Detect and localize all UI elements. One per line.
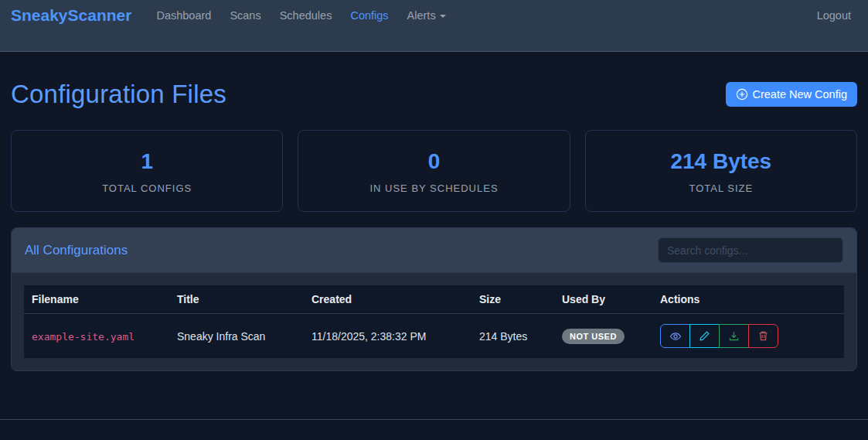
card-title: All Configurations	[25, 243, 128, 258]
column-header-used-by: Used By	[554, 285, 652, 314]
trash-icon	[757, 330, 769, 342]
plus-circle-icon	[736, 88, 748, 101]
nav-item-dashboard[interactable]: Dashboard	[147, 6, 220, 25]
all-configurations-card: All Configurations Filename Title Create…	[11, 227, 857, 371]
download-config-button[interactable]	[719, 324, 749, 348]
stats-row: 1 TOTAL CONFIGS 0 IN USE BY SCHEDULES 21…	[11, 130, 857, 212]
stat-card-total-size: 214 Bytes TOTAL SIZE	[585, 130, 857, 212]
stat-value: 0	[311, 149, 557, 174]
nav-item-scans[interactable]: Scans	[220, 6, 270, 25]
column-header-created: Created	[304, 285, 471, 314]
table-header-row: Filename Title Created Size Used By Acti…	[24, 285, 844, 314]
search-configs-input[interactable]	[658, 237, 843, 263]
configs-table: Filename Title Created Size Used By Acti…	[24, 285, 844, 358]
column-header-filename: Filename	[24, 285, 169, 314]
page-title: Configuration Files	[11, 80, 226, 109]
nav-links: Dashboard Scans Schedules Configs Alerts	[147, 6, 454, 25]
card-body: Filename Title Created Size Used By Acti…	[12, 273, 856, 370]
nav-item-schedules[interactable]: Schedules	[271, 6, 342, 25]
download-icon	[728, 330, 740, 342]
stat-value: 1	[24, 149, 270, 174]
status-badge: NOT USED	[562, 329, 625, 344]
row-actions	[660, 324, 778, 348]
create-new-config-button[interactable]: Create New Config	[726, 82, 858, 107]
config-filename-link[interactable]: example-site.yaml	[32, 331, 134, 343]
create-new-config-label: Create New Config	[753, 88, 848, 101]
navbar: SneakyScanner Dashboard Scans Schedules …	[0, 0, 868, 52]
logout-link[interactable]: Logout	[811, 6, 857, 25]
stat-label: TOTAL CONFIGS	[24, 182, 270, 194]
edit-config-button[interactable]	[689, 324, 720, 348]
stat-card-total-configs: 1 TOTAL CONFIGS	[11, 130, 283, 212]
column-header-title: Title	[169, 285, 304, 314]
stat-label: IN USE BY SCHEDULES	[311, 182, 557, 194]
chevron-down-icon	[440, 15, 446, 18]
eye-icon	[669, 330, 682, 343]
card-header: All Configurations	[12, 228, 856, 273]
stat-label: TOTAL SIZE	[598, 182, 844, 194]
view-config-button[interactable]	[660, 324, 690, 348]
stat-card-in-use: 0 IN USE BY SCHEDULES	[298, 130, 570, 212]
pencil-icon	[699, 330, 710, 342]
nav-item-alerts[interactable]: Alerts	[398, 6, 455, 25]
table-row: example-site.yaml Sneaky Infra Scan 11/1…	[24, 314, 844, 359]
config-title: Sneaky Infra Scan	[169, 314, 304, 359]
brand-logo[interactable]: SneakyScanner	[11, 6, 131, 25]
column-header-size: Size	[471, 285, 554, 314]
delete-config-button[interactable]	[748, 324, 778, 348]
nav-item-configs[interactable]: Configs	[341, 6, 397, 25]
config-created: 11/18/2025, 2:38:32 PM	[304, 314, 471, 359]
config-size: 214 Bytes	[471, 314, 554, 359]
main-content: Configuration Files Create New Config 1 …	[0, 52, 868, 419]
page-footer	[0, 419, 868, 440]
page-header: Configuration Files Create New Config	[11, 80, 857, 109]
stat-value: 214 Bytes	[598, 149, 844, 174]
column-header-actions: Actions	[652, 285, 844, 314]
